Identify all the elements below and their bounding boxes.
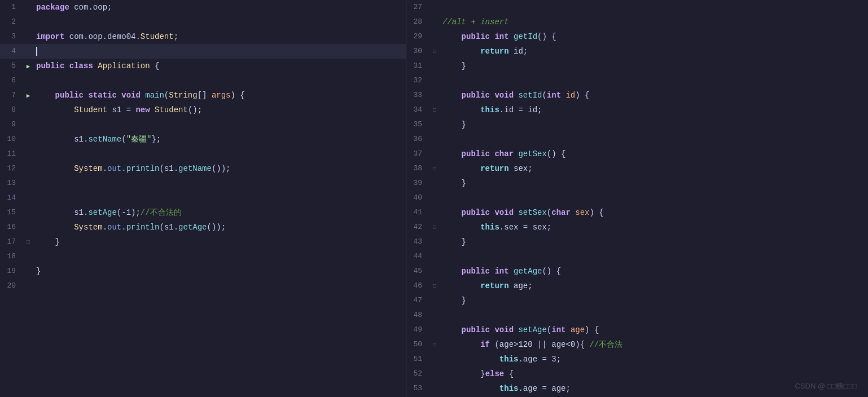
- line-gutter: [429, 15, 440, 29]
- line-gutter: □: [429, 337, 440, 352]
- code-line: 49 public void setAge(int age) {: [406, 323, 868, 337]
- line-gutter: □: [429, 220, 440, 235]
- line-gutter: [429, 88, 440, 103]
- right-code-area: 2728//alt + insert29 public int getId() …: [406, 0, 868, 397]
- line-content: [440, 191, 868, 205]
- code-line: 29 public int getId() {: [406, 29, 868, 44]
- code-line: 8 Student s1 = new Student();: [0, 103, 406, 117]
- text-cursor: [36, 47, 37, 56]
- code-line: 52 }else {: [406, 367, 868, 381]
- line-gutter: [23, 279, 34, 293]
- line-gutter: [23, 161, 34, 176]
- line-number: 44: [406, 249, 429, 264]
- line-number: 28: [406, 15, 429, 29]
- line-gutter: [23, 117, 34, 132]
- line-gutter: [429, 352, 440, 367]
- fold-icon: □: [433, 107, 436, 113]
- line-number: 37: [406, 147, 429, 161]
- line-number: 27: [406, 0, 429, 15]
- line-number: 48: [406, 308, 429, 323]
- line-gutter: [429, 235, 440, 249]
- line-content: [34, 176, 406, 191]
- line-content: }: [440, 176, 868, 191]
- line-content: this.sex = sex;: [440, 220, 868, 235]
- line-content: [34, 147, 406, 161]
- code-line: 2: [0, 15, 406, 29]
- code-line: 43 }: [406, 235, 868, 249]
- line-content: this.age = 3;: [440, 352, 868, 367]
- line-content: [440, 0, 868, 15]
- code-line: 33 public void setId(int id) {: [406, 88, 868, 103]
- line-content: [34, 249, 406, 264]
- fold-icon: □: [433, 48, 436, 55]
- line-content: [34, 279, 406, 293]
- line-content: public void setAge(int age) {: [440, 323, 868, 337]
- code-line: 5▶public class Application {: [0, 59, 406, 73]
- line-content: public class Application {: [34, 59, 406, 73]
- run-icon[interactable]: ▶: [27, 63, 30, 70]
- line-gutter: □: [429, 44, 440, 59]
- line-gutter: [23, 176, 34, 191]
- code-line: 13: [0, 176, 406, 191]
- line-number: 4: [0, 44, 23, 59]
- line-gutter: ▶: [23, 59, 34, 73]
- line-number: 12: [0, 161, 23, 176]
- code-line: 1package com.oop;: [0, 0, 406, 15]
- code-line: 30□ return id;: [406, 44, 868, 59]
- line-gutter: [429, 176, 440, 191]
- code-line: 50□ if (age>120 || age<0){ //不合法: [406, 337, 868, 352]
- fold-icon: □: [27, 239, 30, 245]
- code-line: 9: [0, 117, 406, 132]
- line-number: 36: [406, 132, 429, 147]
- line-number: 32: [406, 73, 429, 88]
- line-content: [440, 73, 868, 88]
- code-line: 31 }: [406, 59, 868, 73]
- line-gutter: [23, 0, 34, 15]
- line-number: 18: [0, 249, 23, 264]
- line-content: [34, 117, 406, 132]
- line-number: 29: [406, 29, 429, 44]
- line-gutter: [23, 132, 34, 147]
- code-line: 20: [0, 279, 406, 293]
- right-editor-pane: 2728//alt + insert29 public int getId() …: [406, 0, 868, 397]
- line-content: [440, 132, 868, 147]
- line-number: 50: [406, 337, 429, 352]
- line-content: [34, 44, 406, 59]
- line-number: 52: [406, 367, 429, 381]
- line-number: 8: [0, 103, 23, 117]
- line-content: }: [440, 235, 868, 249]
- line-gutter: ▶: [23, 88, 34, 103]
- line-number: 33: [406, 88, 429, 103]
- fold-icon: □: [433, 342, 436, 348]
- line-gutter: [23, 44, 34, 59]
- line-number: 31: [406, 59, 429, 73]
- line-gutter: [429, 293, 440, 308]
- line-content: return sex;: [440, 161, 868, 176]
- line-gutter: [429, 381, 440, 396]
- line-content: Student s1 = new Student();: [34, 103, 406, 117]
- line-number: 41: [406, 205, 429, 220]
- code-line: 17□ }: [0, 235, 406, 249]
- line-gutter: [429, 205, 440, 220]
- line-gutter: [23, 29, 34, 44]
- line-number: 39: [406, 176, 429, 191]
- line-content: [34, 73, 406, 88]
- code-line: 32: [406, 73, 868, 88]
- line-gutter: [23, 103, 34, 117]
- line-gutter: [429, 249, 440, 264]
- code-line: 10 s1.setName("秦疆"};: [0, 132, 406, 147]
- line-gutter: [23, 191, 34, 205]
- code-line: 12 System.out.println(s1.getName());: [0, 161, 406, 176]
- line-content: public void setId(int id) {: [440, 88, 868, 103]
- line-content: public int getAge() {: [440, 264, 868, 279]
- line-content: package com.oop;: [34, 0, 406, 15]
- code-line: 35 }: [406, 117, 868, 132]
- line-gutter: [23, 220, 34, 235]
- run-icon[interactable]: ▶: [27, 92, 30, 99]
- line-number: 30: [406, 44, 429, 59]
- line-number: 6: [0, 73, 23, 88]
- line-number: 7: [0, 88, 23, 103]
- code-line: 45 public int getAge() {: [406, 264, 868, 279]
- line-number: 45: [406, 264, 429, 279]
- line-number: 19: [0, 264, 23, 279]
